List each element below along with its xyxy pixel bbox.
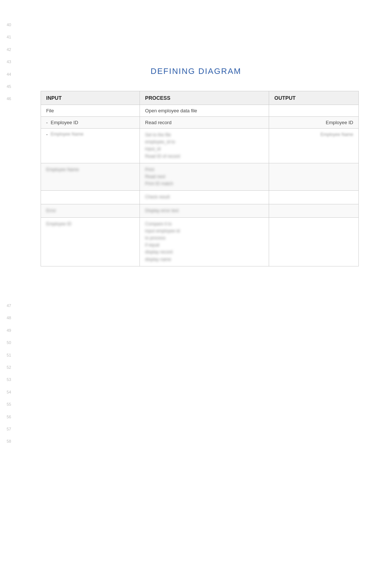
table-row: Employee Name Print Read next Print ID m…: [41, 163, 359, 191]
table-row: Check result: [41, 191, 359, 204]
process-cell-blurred-4: Display error text: [140, 204, 269, 217]
line-num-4: 43: [7, 59, 11, 65]
line-num-b11: 57: [7, 426, 11, 432]
table-row: - Employee Name Set to the file employee…: [41, 129, 359, 163]
table-row: - Employee ID Read record Employee ID: [41, 117, 359, 129]
output-cell-empty-1: [269, 105, 359, 117]
output-cell-empid: Employee ID: [269, 117, 359, 129]
blurred-process-3: Check result: [145, 194, 170, 200]
output-cell-empty-5: [269, 217, 359, 266]
process-cell-read: Read record: [140, 117, 269, 129]
dash-icon-2: -: [46, 132, 48, 137]
blurred-input-2: Employee Name: [46, 167, 79, 172]
diagram-container: INPUT PROCESS OUTPUT File Open employee …: [41, 91, 359, 266]
table-header-row: INPUT PROCESS OUTPUT: [41, 91, 359, 105]
line-num-b5: 51: [7, 353, 11, 358]
line-numbers-bottom: 47 48 49 50 51 52 53 54 55 56 57 58: [7, 303, 11, 445]
table-row: Employee ID Compare it to input employee…: [41, 217, 359, 266]
input-cell-empty-2: [41, 191, 140, 204]
defining-diagram-table: INPUT PROCESS OUTPUT File Open employee …: [41, 91, 359, 266]
header-process: PROCESS: [140, 91, 269, 105]
input-cell-blurred-1: - Employee Name: [41, 129, 140, 163]
input-dash-employee-id: - Employee ID: [46, 120, 134, 125]
line-num-b1: 47: [7, 303, 11, 309]
line-num-2: 41: [7, 34, 11, 40]
blurred-output-1: Employee Name: [320, 132, 353, 137]
input-cell-blurred-4: Employee ID: [41, 217, 140, 266]
output-cell-empty-4: [269, 204, 359, 217]
process-cell-blurred-5: Compare it to input employee id to proce…: [140, 217, 269, 266]
process-cell-blurred-2: Print Read next Print ID match: [140, 163, 269, 191]
line-num-b10: 56: [7, 414, 11, 420]
line-num-6: 45: [7, 84, 11, 89]
input-cell-blurred-3: Error: [41, 204, 140, 217]
process-cell-blurred-3: Check result: [140, 191, 269, 204]
output-cell-blurred-1: Employee Name: [269, 129, 359, 163]
header-input: INPUT: [41, 91, 140, 105]
line-num-1: 40: [7, 22, 11, 28]
line-num-b6: 52: [7, 365, 11, 370]
input-cell-blurred-2: Employee Name: [41, 163, 140, 191]
input-dash-blurred-1: - Employee Name: [46, 132, 134, 137]
line-num-7: 46: [7, 96, 11, 102]
page-title: DEFINING DIAGRAM: [0, 67, 392, 76]
header-output: OUTPUT: [269, 91, 359, 105]
dash-icon: -: [46, 120, 48, 125]
input-cell-file: File: [41, 105, 140, 117]
blurred-input-1: Employee Name: [51, 132, 83, 137]
line-numbers-top: 40 41 42 43 44 45 46: [7, 22, 11, 102]
blurred-process-1: Set to the file employee_id to input_id …: [145, 132, 180, 159]
input-cell-empid: - Employee ID: [41, 117, 140, 129]
blurred-input-3: Error: [46, 208, 56, 213]
line-num-b7: 53: [7, 377, 11, 382]
output-cell-empty-3: [269, 191, 359, 204]
line-num-5: 44: [7, 72, 11, 77]
line-num-b4: 50: [7, 340, 11, 346]
employee-id-label: Employee ID: [51, 120, 78, 125]
blurred-process-2: Print Read next Print ID match: [145, 167, 173, 186]
line-num-3: 42: [7, 47, 11, 52]
process-cell-blurred-1: Set to the file employee_id to input_id …: [140, 129, 269, 163]
line-num-b12: 58: [7, 439, 11, 444]
blurred-input-4: Employee ID: [46, 221, 72, 227]
line-num-b2: 48: [7, 315, 11, 321]
line-num-b9: 55: [7, 402, 11, 407]
line-num-b3: 49: [7, 328, 11, 333]
blurred-process-4: Display error text: [145, 208, 179, 213]
process-cell-open: Open employee data file: [140, 105, 269, 117]
table-row: Error Display error text: [41, 204, 359, 217]
output-cell-blurred-2: [269, 163, 359, 191]
table-row: File Open employee data file: [41, 105, 359, 117]
line-num-b8: 54: [7, 389, 11, 395]
blurred-process-5: Compare it to input employee id to proce…: [145, 221, 180, 262]
